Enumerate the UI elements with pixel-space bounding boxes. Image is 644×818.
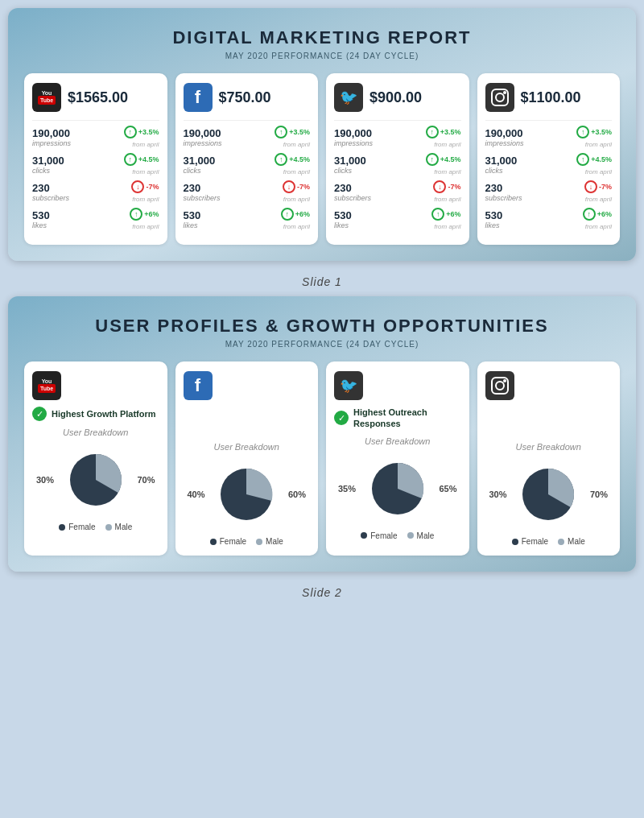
youtube-badge-text: Highest Growth Platform — [52, 408, 156, 419]
twitter-likes-row: 530likes ↑+6%from april — [334, 208, 461, 230]
youtube-pie: 30% 70% — [32, 444, 159, 516]
slide1-cards-grid: You Tube $1565.00 190,000impressions ↑+3… — [24, 73, 620, 245]
instagram-price: $1100.00 — [521, 89, 581, 106]
instagram-icon — [485, 83, 514, 112]
twitter-badge-row: ✓ Highest Outreach Responses — [334, 407, 461, 430]
instagram-impressions-row: 190,000impressions ↑+3.5%from april — [485, 126, 613, 148]
instagram-pie: 30% 70% — [485, 458, 613, 531]
facebook-pie-left: 40% — [188, 490, 205, 499]
twitter-legend: Female Male — [334, 531, 461, 540]
slide2-subtitle: MAY 2020 PERFORMANCE (24 DAY CYCLE) — [24, 340, 620, 349]
twitter-card: 🐦 $900.00 190,000impressions ↑+3.5%from … — [326, 73, 469, 245]
slide-2: USER PROFILES & GROWTH OPPORTUNITIES MAY… — [8, 296, 636, 572]
slide2-number: Slide 2 — [8, 586, 636, 599]
twitter-card-2: 🐦 ✓ Highest Outreach Responses User Brea… — [326, 361, 469, 556]
twitter-clicks-row: 31,000clicks ↑+4.5%from april — [334, 153, 461, 176]
facebook-price: $750.00 — [219, 89, 271, 106]
facebook-subscribers-row: 230subscribers ↓-7%from april — [184, 180, 311, 203]
facebook-clicks-row: 31,000clicks ↑+4.5%from april — [184, 153, 311, 176]
youtube-subscribers-row: 230subscribers ↓-7%from april — [32, 180, 159, 203]
instagram-legend: Female Male — [485, 537, 613, 546]
facebook-breakdown-label: User Breakdown — [184, 442, 311, 452]
instagram-pie-right: 70% — [590, 490, 608, 499]
youtube-pie-right: 70% — [137, 475, 155, 485]
facebook-legend: Female Male — [184, 537, 311, 546]
twitter-icon: 🐦 — [334, 83, 363, 112]
youtube-icon-2: You Tube — [32, 371, 61, 400]
twitter-badge-text: Highest Outreach Responses — [353, 407, 461, 430]
youtube-badge-row: ✓ Highest Growth Platform — [32, 407, 159, 421]
twitter-impressions-row: 190,000impressions ↑+3.5%from april — [334, 126, 461, 148]
slide1-title: DIGITAL MARKETING REPORT — [24, 27, 620, 48]
slide2-title: USER PROFILES & GROWTH OPPORTUNITIES — [24, 316, 620, 337]
youtube-pie-left: 30% — [36, 475, 54, 485]
facebook-card: f $750.00 190,000impressions ↑+3.5%from … — [175, 73, 319, 245]
twitter-icon-2: 🐦 — [334, 371, 363, 400]
instagram-subscribers-row: 230subscribers ↓-7%from april — [485, 180, 613, 203]
youtube-header: You Tube $1565.00 — [32, 83, 159, 112]
youtube-likes-row: 530likes ↑+6%from april — [32, 208, 159, 230]
facebook-header: f $750.00 — [184, 83, 311, 112]
youtube-price: $1565.00 — [68, 89, 128, 106]
slide-1: DIGITAL MARKETING REPORT MAY 2020 PERFOR… — [8, 8, 636, 261]
instagram-icon-2 — [485, 371, 514, 400]
twitter-price: $900.00 — [369, 89, 422, 106]
facebook-icon: f — [184, 83, 213, 112]
twitter-subscribers-row: 230subscribers ↓-7%from april — [334, 180, 461, 203]
youtube-legend: Female Male — [32, 523, 159, 531]
youtube-pie-svg — [64, 448, 128, 512]
youtube-card: You Tube $1565.00 190,000impressions ↑+3… — [24, 73, 167, 245]
instagram-likes-row: 530likes ↑+6%from april — [485, 208, 613, 230]
instagram-header: $1100.00 — [485, 83, 613, 112]
facebook-icon-2: f — [184, 371, 213, 400]
twitter-pie: 35% 65% — [334, 452, 461, 525]
facebook-card-2: f User Breakdown 40% 60% Female Male — [175, 361, 319, 556]
twitter-pie-left: 35% — [338, 484, 356, 494]
instagram-pie-svg — [516, 462, 580, 527]
facebook-pie: 40% 60% — [184, 458, 311, 531]
youtube-breakdown-label: User Breakdown — [32, 428, 159, 437]
instagram-breakdown-label: User Breakdown — [485, 442, 613, 452]
youtube-impressions-row: 190,000impressions ↑+3.5%from april — [32, 126, 159, 148]
facebook-pie-right: 60% — [288, 490, 306, 499]
youtube-card-2: You Tube ✓ Highest Growth Platform User … — [24, 361, 167, 556]
twitter-pie-svg — [365, 457, 430, 521]
instagram-clicks-row: 31,000clicks ↑+4.5%from april — [485, 153, 613, 176]
twitter-breakdown-label: User Breakdown — [334, 436, 461, 446]
youtube-check-badge: ✓ — [32, 407, 47, 421]
facebook-impressions-row: 190,000impressions ↑+3.5%from april — [184, 126, 311, 148]
youtube-icon: You Tube — [32, 83, 61, 112]
twitter-check-badge: ✓ — [334, 411, 349, 425]
slide1-subtitle: MAY 2020 PERFORMANCE (24 DAY CYCLE) — [24, 52, 620, 60]
instagram-pie-left: 30% — [489, 490, 507, 499]
youtube-clicks-row: 31,000clicks ↑+4.5%from april — [32, 153, 159, 176]
twitter-pie-right: 65% — [439, 484, 456, 494]
slide2-cards-grid: You Tube ✓ Highest Growth Platform User … — [24, 361, 620, 556]
instagram-card-2: User Breakdown 30% 70% Female Male — [477, 361, 621, 556]
twitter-header: 🐦 $900.00 — [334, 83, 461, 112]
instagram-card: $1100.00 190,000impressions ↑+3.5%from a… — [477, 73, 621, 245]
facebook-likes-row: 530likes ↑+6%from april — [184, 208, 311, 230]
slide1-number: Slide 1 — [8, 275, 636, 288]
facebook-pie-svg — [214, 462, 279, 527]
